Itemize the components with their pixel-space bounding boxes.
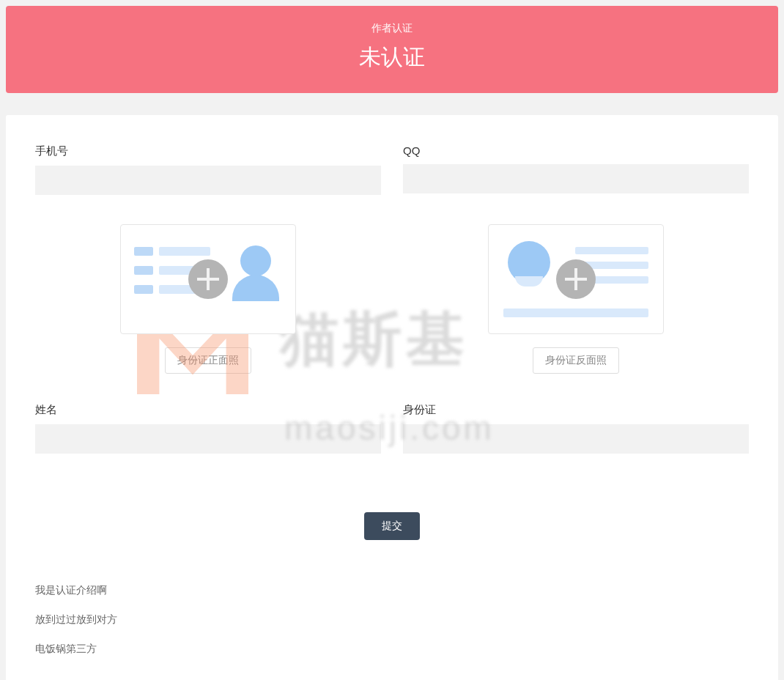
phone-label: 手机号 [35, 144, 381, 158]
qq-label: QQ [403, 144, 749, 157]
name-field: 姓名 [35, 403, 381, 454]
qq-input[interactable] [403, 164, 749, 193]
id-front-avatar-icon [232, 245, 279, 301]
id-back-emblem-icon [508, 241, 550, 284]
note-line: 电饭锅第三方 [35, 643, 749, 656]
auth-header: 作者认证 未认证 [6, 6, 778, 93]
id-front-preview[interactable] [120, 224, 296, 334]
name-label: 姓名 [35, 403, 381, 417]
form-panel: 猫斯基 maosiji.com 手机号 QQ [6, 115, 778, 680]
idnum-label: 身份证 [403, 403, 749, 417]
id-back-upload: 身份证反面照 [403, 224, 749, 374]
phone-field: 手机号 [35, 144, 381, 195]
qq-field: QQ [403, 144, 749, 195]
submit-button[interactable]: 提交 [364, 512, 420, 540]
id-back-preview[interactable] [488, 224, 664, 334]
phone-input[interactable] [35, 166, 381, 195]
name-input[interactable] [35, 424, 381, 454]
id-back-bottomline-icon [503, 308, 648, 317]
notes-section: 我是认证介绍啊 放到过过放到对方 电饭锅第三方 [35, 584, 749, 656]
plus-icon [188, 259, 228, 299]
id-back-button[interactable]: 身份证反面照 [533, 347, 619, 374]
idnum-field: 身份证 [403, 403, 749, 454]
plus-icon [556, 259, 596, 299]
idnum-input[interactable] [403, 424, 749, 454]
id-front-upload: 身份证正面照 [35, 224, 381, 374]
note-line: 放到过过放到对方 [35, 613, 749, 627]
header-title: 未认证 [6, 42, 778, 73]
note-line: 我是认证介绍啊 [35, 584, 749, 597]
header-subtitle: 作者认证 [6, 22, 778, 35]
id-front-button[interactable]: 身份证正面照 [165, 347, 251, 374]
